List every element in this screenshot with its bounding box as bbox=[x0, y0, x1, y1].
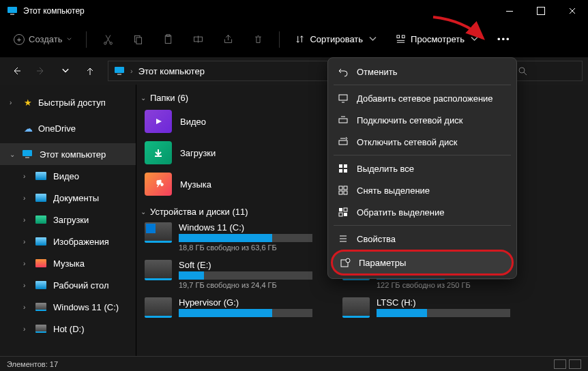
ctx-unmap-drive[interactable]: Отключить сетевой диск bbox=[331, 131, 514, 153]
svg-rect-27 bbox=[339, 208, 342, 211]
maximize-button[interactable] bbox=[525, 0, 557, 22]
forward-button[interactable] bbox=[30, 60, 52, 82]
drive-bar bbox=[179, 271, 312, 280]
share-button[interactable] bbox=[215, 27, 241, 52]
svg-rect-18 bbox=[339, 140, 347, 145]
drive-free: 18,8 ГБ свободно из 63,6 ГБ bbox=[179, 243, 312, 252]
sidebar-downloads[interactable]: ›Загрузки bbox=[0, 209, 136, 231]
search-input[interactable] bbox=[512, 61, 583, 81]
svg-rect-17 bbox=[339, 119, 347, 123]
drive-item[interactable]: Hypervisor (G:) bbox=[143, 295, 314, 321]
svg-rect-20 bbox=[344, 164, 347, 168]
create-button[interactable]: + Создать bbox=[8, 31, 78, 48]
svg-rect-1 bbox=[10, 14, 14, 15]
search-icon bbox=[518, 66, 527, 76]
sidebar-win11[interactable]: ›Windows 11 (C:) bbox=[0, 296, 136, 318]
view-details-button[interactable] bbox=[554, 359, 566, 369]
drive-name: Soft (E:) bbox=[179, 260, 312, 270]
svg-rect-14 bbox=[23, 150, 32, 156]
more-button[interactable]: ••• bbox=[490, 30, 518, 48]
delete-button[interactable] bbox=[245, 27, 271, 52]
ctx-map-drive[interactable]: Подключить сетевой диск bbox=[331, 109, 514, 131]
svg-rect-22 bbox=[344, 169, 347, 173]
chevron-down-icon bbox=[469, 34, 480, 44]
sidebar: ›★Быстрый доступ ☁OneDrive ⌄Этот компьют… bbox=[0, 85, 136, 356]
minimize-button[interactable] bbox=[494, 0, 525, 22]
statusbar: Элементов: 17 bbox=[0, 356, 588, 371]
create-label: Создать bbox=[29, 34, 62, 44]
drive-free: 19,7 ГБ свободно из 24,4 ГБ bbox=[179, 281, 312, 289]
sidebar-quick-access[interactable]: ›★Быстрый доступ bbox=[0, 91, 136, 113]
svg-rect-23 bbox=[339, 186, 342, 190]
chevron-right-icon: › bbox=[130, 67, 133, 75]
svg-rect-26 bbox=[344, 191, 347, 194]
drive-name: Windows 11 (C:) bbox=[179, 222, 312, 233]
drive-free: 122 ГБ свободно из 250 ГБ bbox=[377, 281, 510, 289]
sidebar-documents[interactable]: ›Документы bbox=[0, 187, 136, 209]
ctx-options[interactable]: Параметры bbox=[331, 250, 514, 276]
svg-point-32 bbox=[346, 258, 350, 263]
rename-button[interactable] bbox=[185, 27, 211, 52]
view-button[interactable]: Просмотреть bbox=[389, 30, 486, 48]
drive-name: LTSC (H:) bbox=[377, 297, 510, 308]
sidebar-desktop[interactable]: ›Рабочий стол bbox=[0, 274, 136, 296]
sidebar-hot[interactable]: ›Hot (D:) bbox=[0, 318, 136, 340]
close-button[interactable] bbox=[557, 0, 588, 22]
chevron-down-icon bbox=[368, 34, 378, 44]
svg-rect-24 bbox=[344, 186, 347, 190]
svg-rect-5 bbox=[136, 38, 142, 44]
drive-item[interactable]: LTSC (H:) bbox=[341, 295, 512, 321]
drive-icon bbox=[145, 260, 172, 280]
pc-icon bbox=[7, 6, 18, 16]
sort-label: Сортировать bbox=[310, 34, 363, 44]
ctx-properties[interactable]: Свойства bbox=[331, 228, 514, 250]
ctx-select-all[interactable]: Выделить все bbox=[331, 158, 514, 179]
svg-rect-15 bbox=[25, 157, 29, 158]
drive-item[interactable]: Soft (E:) 19,7 ГБ свободно из 24,4 ГБ bbox=[143, 257, 314, 292]
drive-bar bbox=[179, 309, 312, 317]
cut-button[interactable] bbox=[95, 27, 121, 52]
chevron-down-icon bbox=[66, 36, 72, 42]
toolbar: + Создать Сортировать Просмотреть ••• bbox=[0, 22, 588, 57]
view-tiles-button[interactable] bbox=[569, 359, 581, 369]
ctx-invert-selection[interactable]: Обратить выделение bbox=[331, 201, 514, 223]
drive-item[interactable]: Windows 11 (C:) 18,8 ГБ свободно из 63,6… bbox=[143, 220, 314, 254]
svg-rect-7 bbox=[166, 35, 170, 37]
view-icon bbox=[396, 34, 406, 44]
ctx-undo[interactable]: Отменить bbox=[331, 61, 514, 83]
svg-point-13 bbox=[519, 68, 525, 73]
sidebar-video[interactable]: ›Видео bbox=[0, 165, 136, 187]
sidebar-onedrive[interactable]: ☁OneDrive bbox=[0, 117, 136, 139]
ctx-add-network[interactable]: Добавить сетевое расположение bbox=[331, 87, 514, 109]
svg-rect-19 bbox=[339, 164, 342, 168]
svg-rect-6 bbox=[165, 35, 171, 43]
svg-rect-9 bbox=[397, 35, 400, 38]
svg-rect-16 bbox=[339, 95, 347, 100]
svg-rect-0 bbox=[8, 7, 17, 13]
sidebar-music[interactable]: ›Музыка bbox=[0, 252, 136, 274]
drive-bar bbox=[179, 234, 312, 242]
drive-icon bbox=[145, 222, 172, 243]
paste-button[interactable] bbox=[155, 27, 181, 52]
svg-rect-25 bbox=[339, 191, 342, 194]
up-button[interactable] bbox=[79, 60, 101, 82]
svg-rect-21 bbox=[339, 169, 342, 173]
sidebar-pictures[interactable]: ›Изображения bbox=[0, 231, 136, 252]
window-title: Этот компьютер bbox=[23, 6, 85, 16]
context-menu: Отменить Добавить сетевое расположение П… bbox=[327, 57, 517, 279]
recent-button[interactable] bbox=[55, 60, 76, 82]
plus-icon: + bbox=[14, 34, 25, 45]
sort-icon bbox=[295, 34, 305, 44]
drive-icon bbox=[342, 297, 370, 318]
pc-icon bbox=[114, 66, 125, 76]
ctx-select-none[interactable]: Снять выделение bbox=[331, 179, 514, 201]
view-label: Просмотреть bbox=[411, 34, 465, 44]
copy-button[interactable] bbox=[125, 27, 151, 52]
titlebar: Этот компьютер bbox=[0, 0, 588, 22]
svg-rect-28 bbox=[344, 208, 347, 211]
back-button[interactable] bbox=[5, 60, 27, 82]
sort-button[interactable]: Сортировать bbox=[288, 30, 385, 48]
drive-name: Hypervisor (G:) bbox=[179, 297, 312, 308]
sidebar-this-pc[interactable]: ⌄Этот компьютер bbox=[0, 143, 136, 165]
svg-rect-10 bbox=[402, 35, 405, 38]
